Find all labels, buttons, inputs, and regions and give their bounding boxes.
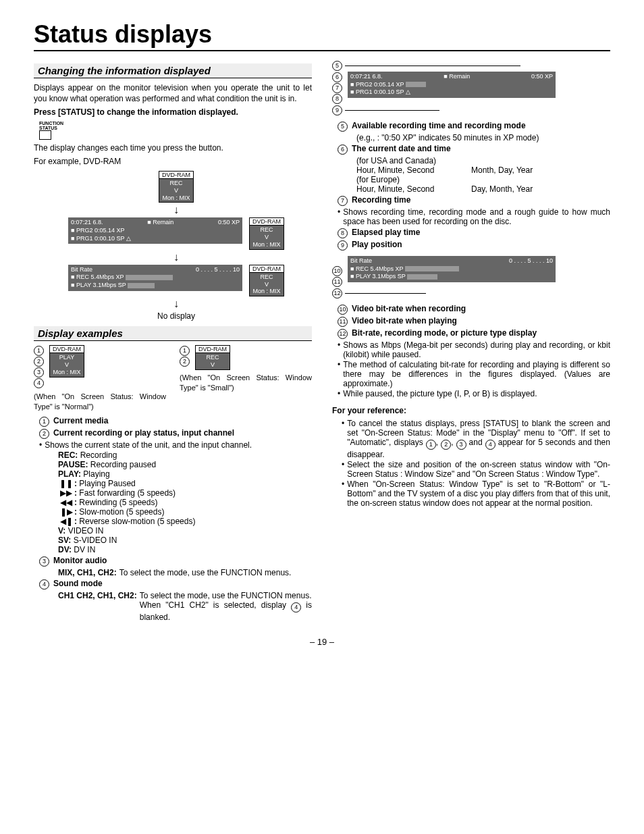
- item-3-title: Monitor audio: [53, 556, 107, 565]
- num-3-icon: 3: [39, 556, 49, 567]
- item-5-title: Available recording time and recording m…: [352, 121, 526, 130]
- osd-box-2: DVD-RAM REC V Mon : MIX: [249, 217, 284, 249]
- ref-3: When "On-Screen Status: Window Type" is …: [347, 479, 610, 508]
- callout-2b-icon: 2: [180, 357, 190, 367]
- bitrate-bar-rec: [126, 275, 173, 280]
- arrow-down-icon: ↓: [41, 298, 312, 310]
- callout-7-icon: 7: [332, 83, 342, 93]
- rw-icon: ◀◀: [58, 498, 74, 507]
- osd-bitrate-right: Bit Rate0 . . . . 5 . . . . 10 ■ REC 5.4…: [348, 256, 556, 282]
- no-display: No display: [41, 311, 312, 321]
- inline-4-icon: 4: [291, 602, 301, 613]
- osd-dvdram: DVD-RAM: [159, 172, 193, 179]
- callout-12-icon: 12: [332, 288, 342, 298]
- rev-slowmo-icon: ◀❚: [58, 517, 74, 526]
- item-11-title: Video bit-rate when playing: [352, 316, 457, 325]
- page-title: Status displays: [34, 20, 610, 51]
- callout-9-icon: 9: [332, 105, 342, 115]
- osd-rec: REC: [162, 180, 190, 187]
- callout-3-icon: 3: [34, 367, 44, 377]
- changes-text: The display changes each time you press …: [34, 142, 312, 153]
- osd-wide-right: 0:07:21 6.8.■ Remain0:50 XP ■ PRG2 0:05.…: [348, 72, 556, 98]
- function-label: FUNCTION: [39, 121, 312, 126]
- example-text: For example, DVD-RAM: [34, 156, 312, 167]
- callout-2-icon: 2: [34, 357, 44, 367]
- num-12-icon: 12: [338, 329, 348, 339]
- inline-3-icon: 3: [456, 440, 466, 450]
- num-6-icon: 6: [338, 145, 348, 155]
- osd-box-3: DVD-RAM REC V Mon : MIX: [249, 265, 284, 296]
- num-1-icon: 1: [39, 417, 49, 427]
- num-5-icon: 5: [338, 122, 348, 132]
- num-9-icon: 9: [338, 240, 348, 251]
- small-caption: (When "On Screen Status: Window Type" is…: [180, 373, 312, 393]
- num-2-icon: 2: [39, 429, 49, 439]
- callout-1-icon: 1: [34, 346, 44, 356]
- ref-1: To cancel the status displays, press [ST…: [347, 419, 610, 459]
- prog-bar-icon: [406, 82, 426, 87]
- arrow-down-icon: ↓: [41, 251, 312, 263]
- osd-bitrate: Bit Rate0 . . . . 5 . . . . 10 ■ REC 5.4…: [68, 265, 242, 291]
- intro-text: Displays appear on the monitor televisio…: [34, 82, 312, 104]
- item-2-title: Current recording or play status, input …: [53, 428, 234, 438]
- item-10-title: Video bit-rate when recording: [352, 304, 466, 313]
- bitrate-bar-play: [128, 283, 155, 288]
- num-10-icon: 10: [338, 305, 348, 315]
- callout-11-icon: 11: [332, 277, 342, 287]
- callout-1b-icon: 1: [180, 346, 190, 356]
- inline-4b-icon: 4: [485, 440, 495, 450]
- callout-8-icon: 8: [332, 94, 342, 104]
- ref-2: Select the size and position of the on-s…: [347, 460, 610, 479]
- item-4-title: Sound mode: [53, 579, 103, 588]
- osd-wide-1: 0:07:21 6.8.■ Remain0:50 XP ■ PRG2 0:05.…: [68, 217, 242, 244]
- example-osd-normal: DVD-RAM PLAY V Mon : MIX: [49, 345, 84, 377]
- osd-v: V: [162, 187, 190, 194]
- arrow-down-icon: ↓: [41, 204, 312, 216]
- ff-icon: ▶▶: [58, 488, 74, 498]
- inline-2-icon: 2: [441, 440, 451, 450]
- example-osd-small: DVD-RAM REC V: [195, 345, 230, 370]
- item-8-title: Elapsed play time: [352, 228, 420, 237]
- num-11-icon: 11: [338, 317, 348, 327]
- callout-5-icon: 5: [332, 61, 342, 71]
- item-5-desc: (e.g., : "0:50 XP" indicates 50 minutes …: [356, 133, 610, 142]
- num-4-icon: 4: [39, 579, 49, 590]
- pause-icon: ❚❚: [58, 479, 74, 488]
- num-8-icon: 8: [338, 228, 348, 238]
- item-12-title: Bit-rate, recording mode, or picture typ…: [352, 328, 537, 338]
- item-1-title: Current media: [53, 416, 108, 425]
- status-button-icon: [39, 130, 51, 140]
- status-label: STATUS: [39, 126, 312, 130]
- item-2-desc: Shows the current state of the unit, and…: [45, 440, 252, 450]
- normal-caption: (When "On Screen Status: Window Type" is…: [34, 392, 166, 412]
- section-heading-changing: Changing the information displayed: [34, 63, 312, 78]
- osd-monmix: Mon : MIX: [162, 194, 190, 202]
- press-instruction: Press [STATUS] to change the information…: [34, 107, 312, 118]
- callout-10-icon: 10: [332, 266, 342, 276]
- reference-heading: For your reference:: [332, 405, 610, 416]
- item-6-title: The current date and time: [352, 144, 451, 153]
- page-number: – 19 –: [34, 637, 610, 647]
- slowmo-icon: ❚▶: [58, 507, 74, 517]
- item-9-title: Play position: [352, 240, 402, 249]
- callout-4-icon: 4: [34, 378, 44, 388]
- osd-box-1: DVD-RAM REC V Mon : MIX: [159, 171, 194, 203]
- callout-6-icon: 6: [332, 72, 342, 82]
- section-heading-examples: Display examples: [34, 326, 312, 341]
- item-7-title: Recording time: [352, 195, 410, 205]
- inline-1-icon: 1: [426, 440, 436, 450]
- num-7-icon: 7: [338, 196, 348, 206]
